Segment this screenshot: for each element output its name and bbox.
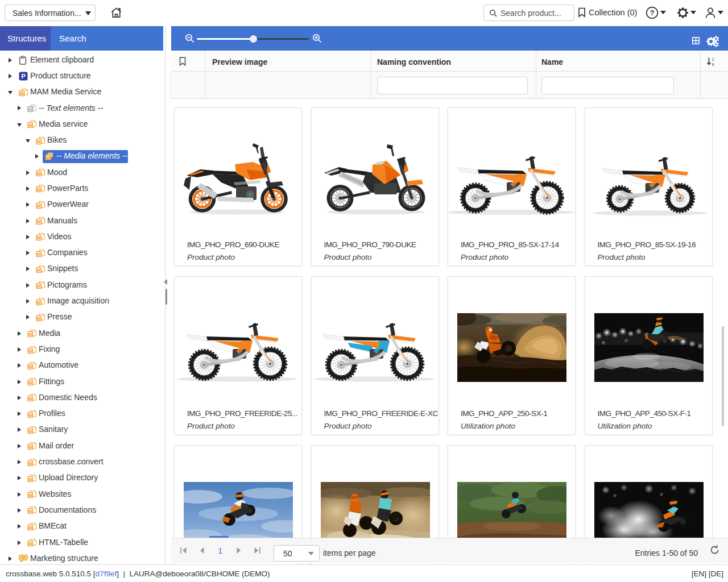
svg-text:9: 9 — [712, 62, 714, 67]
svg-text:P: P — [21, 73, 26, 80]
svg-text:?: ? — [650, 9, 655, 17]
